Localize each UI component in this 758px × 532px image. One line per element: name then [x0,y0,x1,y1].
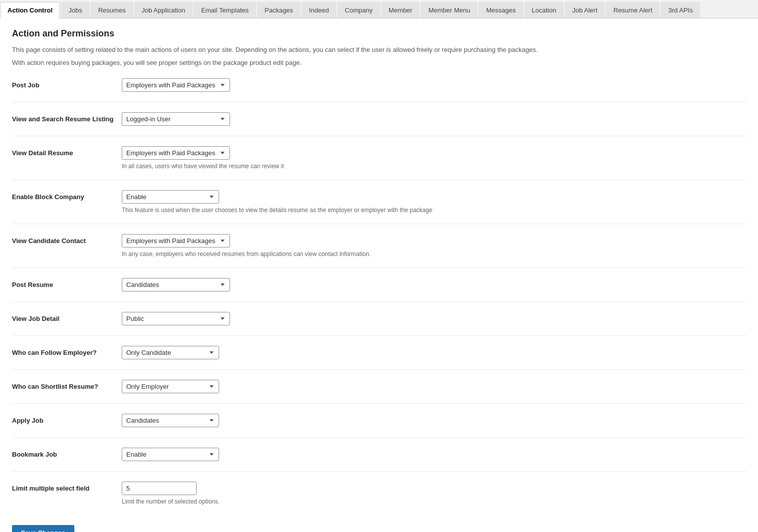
separator-2 [12,180,746,180]
form-row-apply-job: Apply JobCandidatesAllLogged-in User [12,406,746,435]
form-row-enable-block-company: Enable Block CompanyEnableDisableThis fe… [12,182,746,222]
form-label-view-detail-resume: View Detail Resume [12,146,122,157]
page-desc-1: This page consists of setting related to… [12,45,746,55]
tab-job-alert[interactable]: Job Alert [565,2,605,18]
separator-0 [12,102,746,102]
save-button[interactable]: Save Changes [12,525,74,532]
post-resume-select[interactable]: CandidatesEmployers with Paid PackagesAl… [122,278,230,291]
view-detail-resume-hint: In all cases, users who have viewed the … [122,163,746,170]
form-field-view-job-detail: PublicLogged-in UserCandidatesEmployers … [122,312,746,325]
form-field-apply-job: CandidatesAllLogged-in User [122,414,746,427]
tab-company[interactable]: Company [337,2,380,18]
separator-10 [12,471,746,472]
tab-member-menu[interactable]: Member Menu [421,2,478,18]
tab-job-application[interactable]: Job Application [134,2,193,18]
separator-4 [12,267,746,268]
form-label-view-candidate-contact: View Candidate Contact [12,234,122,245]
tab-messages[interactable]: Messages [479,2,523,18]
separator-8 [12,403,746,404]
form-label-apply-job: Apply Job [12,414,122,424]
form-field-who-shortlist-resume: Only EmployerOnly CandidateAll [122,380,746,393]
separator-9 [12,437,746,438]
form-field-limit-multiple-select: Limit the number of selected options. [122,482,746,505]
form-field-enable-block-company: EnableDisableThis feature is used when t… [122,190,746,214]
form-row-who-follow-employer: Who can Follow Employer?Only CandidateOn… [12,338,746,367]
tab-3rd-apis[interactable]: 3rd APIs [661,2,700,18]
main-content: Action and Permissions This page consist… [0,18,758,532]
form-label-view-search-resume: View and Search Resume Listing [12,112,122,123]
separator-3 [12,224,746,224]
enable-block-company-hint: This feature is used when the user choos… [122,207,746,214]
form-field-post-job: Employers with Paid PackagesAll Employer… [122,78,746,92]
apply-job-select[interactable]: CandidatesAllLogged-in User [122,414,219,427]
limit-multiple-select-hint: Limit the number of selected options. [122,498,746,505]
form-field-view-detail-resume: Employers with Paid PackagesAll Employer… [122,146,746,170]
form-label-post-resume: Post Resume [12,278,122,288]
form-row-who-shortlist-resume: Who can Shortlist Resume?Only EmployerOn… [12,372,746,401]
separator-7 [12,369,746,370]
form-row-view-search-resume: View and Search Resume ListingLogged-in … [12,104,746,134]
separator-1 [12,136,746,136]
form-label-who-shortlist-resume: Who can Shortlist Resume? [12,380,122,390]
form-field-view-candidate-contact: Employers with Paid PackagesAll Employer… [122,234,746,258]
form-label-who-follow-employer: Who can Follow Employer? [12,346,122,356]
bookmark-job-select[interactable]: EnableDisable [122,448,219,461]
tab-jobs[interactable]: Jobs [61,2,89,18]
page-title: Action and Permissions [12,28,746,39]
separator-5 [12,301,746,302]
form-row-view-job-detail: View Job DetailPublicLogged-in UserCandi… [12,304,746,333]
form-row-view-detail-resume: View Detail ResumeEmployers with Paid Pa… [12,138,746,178]
who-follow-employer-select[interactable]: Only CandidateOnly EmployerAll [122,346,219,359]
tab-location[interactable]: Location [524,2,564,18]
limit-multiple-select-input[interactable] [122,482,197,495]
page-desc-2: With action requires buying packages, yo… [12,58,746,68]
form-label-bookmark-job: Bookmark Job [12,448,122,458]
form-label-view-job-detail: View Job Detail [12,312,122,322]
form-label-enable-block-company: Enable Block Company [12,190,122,201]
form-row-bookmark-job: Bookmark JobEnableDisable [12,440,746,469]
post-job-select[interactable]: Employers with Paid PackagesAll Employer… [122,78,230,92]
tab-resume-alert[interactable]: Resume Alert [606,2,660,18]
form-row-view-candidate-contact: View Candidate ContactEmployers with Pai… [12,226,746,266]
form-row-post-job: Post JobEmployers with Paid PackagesAll … [12,70,746,100]
tab-indeed[interactable]: Indeed [301,2,336,18]
form-label-post-job: Post Job [12,78,122,89]
form-field-who-follow-employer: Only CandidateOnly EmployerAll [122,346,746,359]
form-field-view-search-resume: Logged-in UserEmployers with Paid Packag… [122,112,746,126]
form-field-bookmark-job: EnableDisable [122,448,746,461]
tab-resumes[interactable]: Resumes [91,2,133,18]
enable-block-company-select[interactable]: EnableDisable [122,190,219,204]
view-job-detail-select[interactable]: PublicLogged-in UserCandidatesEmployers … [122,312,230,325]
tab-action-control[interactable]: Action Control [0,2,60,18]
form-container: Post JobEmployers with Paid PackagesAll … [12,70,746,513]
tab-member[interactable]: Member [381,2,420,18]
tab-bar: Action ControlJobsResumesJob Application… [0,0,758,18]
view-candidate-contact-hint: In any case, employers who received resu… [122,251,746,258]
tab-email-templates[interactable]: Email Templates [194,2,256,18]
who-shortlist-resume-select[interactable]: Only EmployerOnly CandidateAll [122,380,219,393]
form-field-post-resume: CandidatesEmployers with Paid PackagesAl… [122,278,746,291]
form-label-limit-multiple-select: Limit multiple select field [12,482,122,492]
view-candidate-contact-select[interactable]: Employers with Paid PackagesAll Employer… [122,234,230,248]
form-row-limit-multiple-select: Limit multiple select fieldLimit the num… [12,474,746,513]
separator-6 [12,335,746,336]
tab-packages[interactable]: Packages [257,2,300,18]
form-row-post-resume: Post ResumeCandidatesEmployers with Paid… [12,270,746,299]
view-detail-resume-select[interactable]: Employers with Paid PackagesAll Employer… [122,146,230,160]
view-search-resume-select[interactable]: Logged-in UserEmployers with Paid Packag… [122,112,230,126]
